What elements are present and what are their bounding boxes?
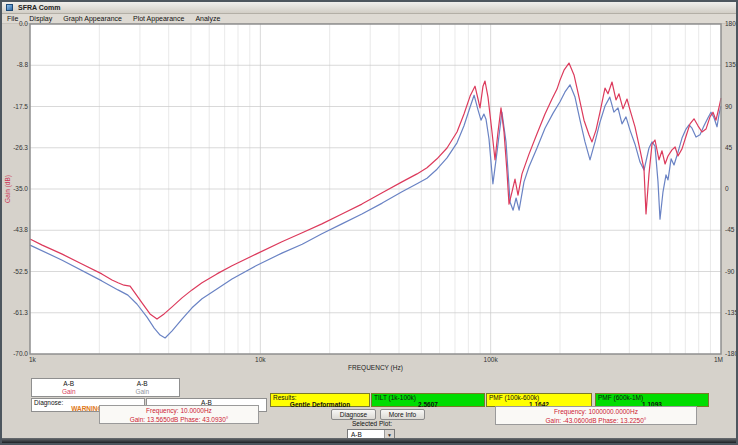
- cursor-frequency: Frequency: 10.0000Hz: [100, 406, 258, 415]
- legend-entry: A-B Gain: [32, 379, 106, 396]
- y-left-tick-label: -26.3: [13, 144, 28, 151]
- pmf-high-label: PMF (600k-1M): [598, 394, 643, 401]
- cursor-readout-right: Frequency: 1000000.0000Hz Gain: -43.0600…: [495, 406, 697, 425]
- legend-entry: A-B Gain: [106, 379, 180, 396]
- cursor-readout-left: Frequency: 10.0000Hz Gain: 13.5650dB Pha…: [99, 405, 259, 424]
- selected-plot-value: A-B: [348, 431, 384, 438]
- results-value: Gentle Deformation: [271, 401, 369, 408]
- legend-plot-name: A-B: [63, 380, 74, 388]
- pmf-low-box: PMF (100k-600k) 1.1642: [486, 393, 592, 407]
- y-right-tick-label: -180: [725, 350, 738, 357]
- y-right-tick-label: -135: [725, 309, 738, 316]
- app-window: SFRA Comm File Display Graph Appearance …: [0, 0, 738, 445]
- legend-box: A-B Gain A-B Gain: [31, 378, 180, 397]
- y-left-tick-label: -61.3: [13, 309, 28, 316]
- legend-trace-label: Gain: [62, 388, 76, 396]
- y-left-tick-label: -8.8: [17, 61, 29, 68]
- frequency-response-chart[interactable]: 0.0-8.8-17.5-26.3-35.0-43.8-52.5-61.3-70…: [2, 2, 738, 377]
- y-right-tick-label: -45: [725, 226, 735, 233]
- tilt-label: TILT (1k-100k): [374, 394, 416, 401]
- y-right-tick-label: 0: [725, 185, 729, 192]
- y-left-tick-label: -52.5: [13, 268, 28, 275]
- cursor-frequency: Frequency: 1000000.0000Hz: [496, 407, 696, 416]
- y-right-tick-label: 180: [725, 20, 736, 27]
- x-tick-label: 100k: [484, 356, 499, 363]
- window-bottom-border: [2, 438, 736, 443]
- results-label: Results:: [273, 394, 296, 401]
- y-right-tick-label: 135: [725, 61, 736, 68]
- more-info-button[interactable]: More Info: [380, 409, 425, 420]
- legend-trace-label: Gain: [135, 388, 149, 396]
- selected-plot-label: Selected Plot:: [310, 420, 434, 427]
- y-right-tick-label: -90: [725, 268, 735, 275]
- cursor-gain-phase: Gain: -43.0600dB Phase: 13.2250°: [496, 416, 696, 425]
- x-axis-title: FREQUENCY (Hz): [348, 364, 403, 372]
- x-tick-label: 10k: [255, 356, 266, 363]
- tilt-box: TILT (1k-100k) 2.5607: [371, 393, 485, 407]
- y-right-tick-label: 45: [725, 144, 733, 151]
- y-left-tick-label: 0.0: [19, 20, 28, 27]
- pmf-high-box: PMF (600k-1M) 1.1093: [595, 393, 709, 407]
- results-box: Results: Gentle Deformation: [270, 393, 370, 407]
- diagnose-button[interactable]: Diagnose: [331, 409, 376, 420]
- legend-plot-name: A-B: [137, 380, 148, 388]
- y-left-tick-label: -35.0: [13, 185, 28, 192]
- x-tick-label: 1M: [714, 356, 723, 363]
- y-left-tick-label: -70.0: [13, 350, 28, 357]
- y-left-tick-label: -17.5: [13, 103, 28, 110]
- y-right-tick-label: 90: [725, 103, 733, 110]
- cursor-gain-phase: Gain: 13.5650dB Phase: 43.0930°: [100, 415, 258, 424]
- x-tick-label: 1k: [29, 356, 37, 363]
- y-left-tick-label: -43.8: [13, 226, 28, 233]
- pmf-low-label: PMF (100k-600k): [489, 394, 539, 401]
- tilt-value: 2.5607: [372, 401, 484, 408]
- y-axis-title: Gain (dB): [4, 175, 12, 203]
